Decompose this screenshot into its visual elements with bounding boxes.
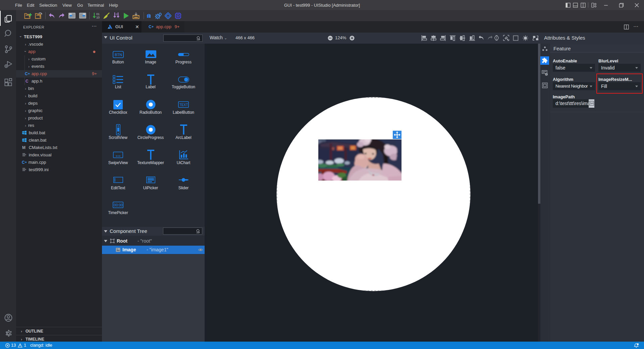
svg-text:i: i bbox=[546, 73, 547, 76]
svg-text:C: C bbox=[149, 24, 152, 29]
svg-text:10: 10 bbox=[96, 16, 100, 19]
svg-text:01: 01 bbox=[116, 13, 119, 16]
svg-text:C: C bbox=[22, 160, 25, 165]
svg-text:TEXT: TEXT bbox=[179, 103, 188, 107]
svg-text:BTN: BTN bbox=[115, 53, 122, 57]
svg-text:00:00: 00:00 bbox=[114, 203, 123, 207]
svg-text:01: 01 bbox=[96, 12, 100, 16]
svg-text:C: C bbox=[25, 71, 28, 76]
svg-text:C: C bbox=[25, 79, 29, 84]
svg-text:M: M bbox=[22, 145, 25, 150]
